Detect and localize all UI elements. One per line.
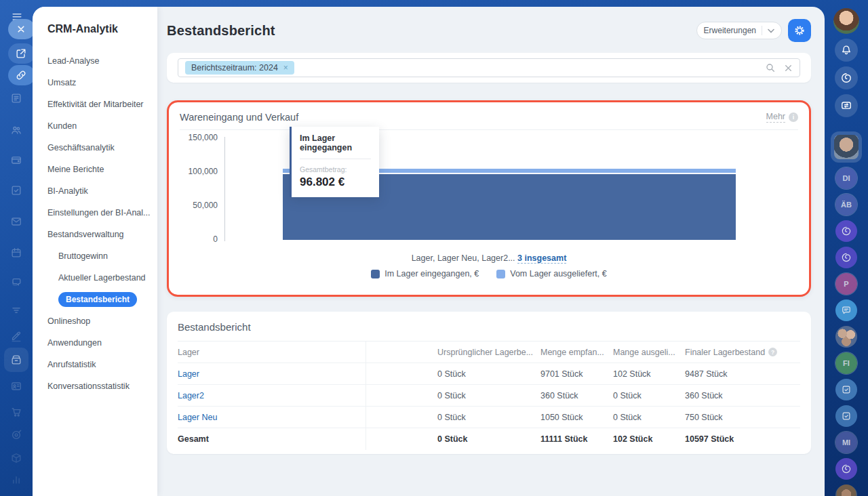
- funnel-icon[interactable]: [9, 304, 23, 317]
- chart-legend: Im Lager eingegangen, €Vom Lager ausgeli…: [180, 269, 798, 278]
- column-header[interactable]: Menge empfan...: [540, 348, 613, 357]
- card-divider: [180, 129, 798, 130]
- group-chat[interactable]: [835, 326, 857, 348]
- chat-mi[interactable]: MI: [835, 432, 857, 453]
- user-avatar[interactable]: [833, 8, 859, 34]
- bell-icon[interactable]: [835, 39, 858, 62]
- categories-total-link[interactable]: 3 insgesamt: [517, 253, 566, 264]
- table-title: Bestandsbericht: [178, 321, 800, 333]
- legend-swatch: [371, 270, 380, 278]
- table-cell: 0 Stück: [437, 391, 540, 400]
- table-cell: 10597 Stück: [685, 434, 800, 444]
- legend-item[interactable]: Im Lager eingegangen, €: [371, 269, 479, 278]
- tasks-chat-1[interactable]: [835, 379, 857, 400]
- channel-chat[interactable]: [835, 299, 857, 321]
- legend-label: Vom Lager ausgeliefert, €: [510, 269, 606, 278]
- active-item-pill[interactable]: Bestandsbericht: [58, 292, 137, 307]
- table-cell: 102 Stück: [613, 434, 685, 444]
- clear-filter-icon[interactable]: [784, 64, 793, 73]
- help-icon[interactable]: ?: [768, 348, 777, 356]
- more-link[interactable]: Mehr i: [766, 112, 798, 123]
- y-axis-line: [224, 137, 225, 241]
- sidebar-item-umsatz[interactable]: Umsatz: [47, 72, 157, 94]
- column-header[interactable]: Finaler Lagerbestand?: [685, 348, 800, 357]
- chat-p[interactable]: P: [835, 273, 857, 295]
- settings-button[interactable]: [788, 19, 811, 42]
- legend-item[interactable]: Vom Lager ausgeliefert, €: [496, 269, 606, 278]
- chat-icon[interactable]: [9, 276, 23, 289]
- table-cell: 1050 Stück: [540, 413, 613, 422]
- column-header[interactable]: Ursprünglicher Lagerbe...: [437, 348, 540, 357]
- sidebar-item-effektivität-der-mitarbeiter[interactable]: Effektivität der Mitarbeiter: [47, 94, 157, 115]
- sidebar-item-aktueller-lagerbestand[interactable]: Aktueller Lagerbestand: [47, 267, 157, 289]
- extensions-button[interactable]: Erweiterungen: [696, 22, 782, 39]
- external-link-icon[interactable]: [8, 43, 35, 64]
- sidebar-item-einstellungen-der-bi-anal-[interactable]: Einstellungen der BI-Anal...: [47, 202, 157, 224]
- calendar-icon[interactable]: [9, 246, 23, 260]
- sidebar-item-anrufstatistik[interactable]: Anrufstatistik: [47, 354, 157, 375]
- bot-chat-1[interactable]: [835, 220, 857, 242]
- filter-card: Berichtszeitraum: 2024 ×: [167, 53, 811, 83]
- column-header[interactable]: Lager: [178, 342, 366, 363]
- tasks-icon[interactable]: [9, 184, 23, 197]
- search-icon[interactable]: [765, 62, 776, 73]
- messenger-icon[interactable]: [835, 94, 858, 117]
- bot-chat-2[interactable]: [835, 247, 857, 268]
- wallet-icon[interactable]: [9, 153, 23, 167]
- sidebar-item-bestandsbericht[interactable]: Bestandsbericht: [47, 289, 157, 310]
- sign-icon[interactable]: [9, 329, 23, 343]
- employees-icon[interactable]: [9, 123, 23, 137]
- news-icon[interactable]: [9, 91, 23, 105]
- active-chat-avatar[interactable]: [831, 131, 862, 163]
- column-header[interactable]: Mange ausgeli...: [613, 348, 685, 357]
- info-icon[interactable]: i: [789, 112, 798, 122]
- page-header: Bestandsbericht Erweiterungen: [167, 19, 811, 42]
- table-total-row: Gesamt0 Stück11111 Stück102 Stück10597 S…: [178, 428, 800, 450]
- legend-swatch: [496, 270, 505, 278]
- warehouse-link[interactable]: Lager Neu: [178, 413, 217, 422]
- close-icon[interactable]: [8, 19, 35, 39]
- inventory-table: LagerUrsprünglicher Lagerbe...Menge empf…: [178, 342, 800, 450]
- chip-remove-icon[interactable]: ×: [283, 63, 288, 73]
- sidebar-item-onlineshop[interactable]: Onlineshop: [47, 310, 157, 332]
- sidebar-item-lead-analyse[interactable]: Lead-Analyse: [47, 50, 157, 72]
- link-icon[interactable]: [8, 65, 35, 85]
- table-cell: 0 Stück: [437, 434, 540, 444]
- sidebar-item-geschäftsanalytik[interactable]: Geschäftsanalytik: [47, 137, 157, 159]
- warehouse-link[interactable]: Lager: [178, 369, 199, 379]
- sidebar-item-anwendungen[interactable]: Anwendungen: [47, 332, 157, 354]
- marketing-icon[interactable]: [9, 428, 23, 442]
- table-cell: 0 Stück: [437, 369, 540, 379]
- package-icon[interactable]: [9, 451, 23, 465]
- sidebar-item-meine-berichte[interactable]: Meine Berichte: [47, 159, 157, 180]
- sidebar-item-bestandsverwaltung[interactable]: Bestandsverwaltung: [47, 224, 157, 245]
- app-root: { "colors": { "accent": "#2e7ef0", "high…: [0, 0, 868, 496]
- tasks-chat-2[interactable]: [835, 405, 857, 427]
- support-icon[interactable]: [835, 66, 858, 89]
- cart-icon[interactable]: [9, 405, 23, 419]
- contact-card-icon[interactable]: [9, 379, 23, 393]
- mail-icon[interactable]: [9, 215, 23, 228]
- filter-chip[interactable]: Berichtszeitraum: 2024 ×: [185, 61, 294, 75]
- bar-chart-plot: 150,000100,00050,0000: [180, 133, 798, 252]
- chat-aeb[interactable]: ÄB: [835, 194, 857, 215]
- chat-fi[interactable]: FI: [835, 352, 857, 374]
- sidebar-item-bi-analytik[interactable]: BI-Analytik: [47, 180, 157, 202]
- group-photo-1[interactable]: [835, 484, 857, 496]
- table-cell: 360 Stück: [540, 391, 613, 400]
- bot-chat-3[interactable]: [835, 458, 857, 480]
- page-title: Bestandsbericht: [167, 23, 275, 39]
- store-icon[interactable]: [4, 348, 28, 372]
- sidebar-item-kunden[interactable]: Kunden: [47, 115, 157, 137]
- search-filter-input[interactable]: Berichtszeitraum: 2024 ×: [178, 58, 800, 77]
- chart-card-header: Wareneingang und Verkauf Mehr i: [180, 112, 798, 123]
- table-cell: 9487 Stück: [685, 369, 800, 379]
- warehouse-link[interactable]: Lager2: [178, 391, 204, 400]
- chat-di[interactable]: DI: [835, 167, 857, 189]
- stats-icon[interactable]: [9, 473, 23, 487]
- gear-icon: [793, 24, 806, 37]
- categories-label: Lager, Lager Neu, Lager2...: [412, 253, 515, 263]
- sidebar-item-konversationsstatistik[interactable]: Konversationsstatistik: [47, 375, 157, 397]
- table-cell: 11111 Stück: [540, 434, 613, 444]
- sidebar-item-bruttogewinn[interactable]: Bruttogewinn: [47, 245, 157, 267]
